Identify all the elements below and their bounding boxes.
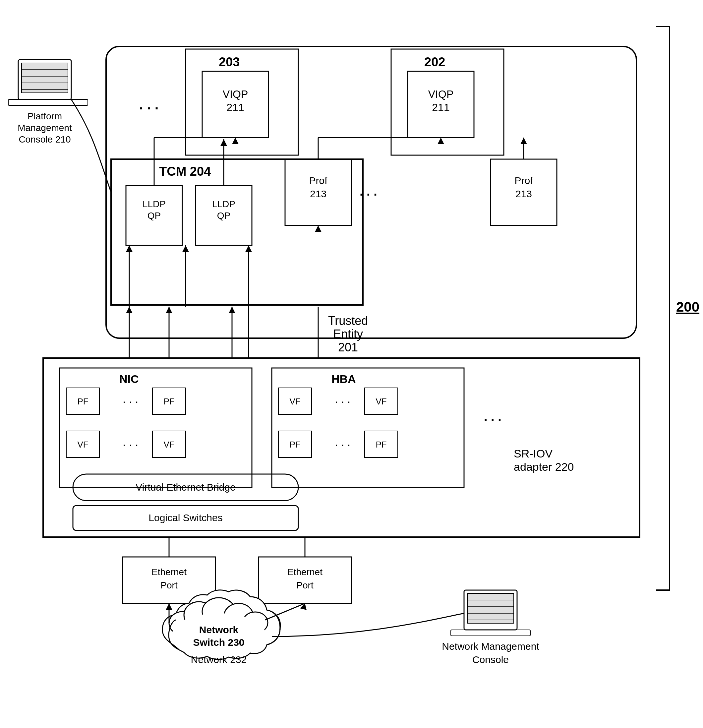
hba-label: HBA bbox=[332, 373, 356, 385]
ethernet-port-2-label: Ethernet bbox=[287, 567, 322, 577]
ethernet-port-1-label2: Port bbox=[160, 580, 178, 591]
tcm-label: TCM 204 bbox=[159, 165, 211, 178]
server-202-label: 202 bbox=[424, 55, 445, 69]
nmc-label2: Console bbox=[472, 654, 509, 665]
lldp-qp-1-label: LLDP bbox=[143, 199, 166, 209]
prof-213-num-1: 213 bbox=[310, 188, 326, 199]
network-switch-label: Network bbox=[199, 624, 239, 635]
pf-1: PF bbox=[77, 396, 88, 406]
ref-200-label: 200 bbox=[676, 299, 699, 315]
pf-2: PF bbox=[163, 396, 174, 406]
svg-rect-66 bbox=[467, 594, 514, 623]
pmc-label3: Console 210 bbox=[19, 134, 71, 144]
vf-1: VF bbox=[77, 439, 88, 449]
veb-label: Virtual Ethernet Bridge bbox=[136, 482, 235, 493]
hba-vf-2: VF bbox=[375, 396, 387, 406]
dots-1: . . . bbox=[139, 97, 159, 113]
dots-hba-vf: . . . bbox=[335, 393, 350, 405]
ethernet-port-1-label: Ethernet bbox=[152, 567, 186, 577]
viqp-211-num-2: 211 bbox=[432, 101, 449, 113]
prof-213-num-2: 213 bbox=[515, 188, 532, 199]
trusted-entity-label2: Entity bbox=[333, 327, 363, 341]
logical-switches-label: Logical Switches bbox=[149, 512, 222, 523]
viqp-211-label-2: VIQP bbox=[428, 88, 453, 100]
pmc-label: Platform bbox=[27, 111, 62, 121]
dots-hba-pf: . . . bbox=[335, 436, 350, 448]
network-label: Network 232 bbox=[191, 654, 247, 665]
ethernet-port-2-label2: Port bbox=[296, 580, 313, 591]
dots-after-hba: . . . bbox=[484, 410, 501, 424]
nic-label: NIC bbox=[119, 373, 139, 385]
server-203-label: 203 bbox=[219, 55, 240, 69]
svg-rect-73 bbox=[22, 63, 68, 93]
trusted-entity-num: 201 bbox=[338, 341, 358, 354]
architecture-diagram: 200 Trusted Entity 201 203 VIQP 211 . . … bbox=[0, 0, 703, 728]
nmc-label: Network Management bbox=[442, 641, 539, 652]
pmc-label2: Management bbox=[17, 123, 72, 133]
hba-vf-1: VF bbox=[289, 396, 300, 406]
sr-iov-label2: adapter 220 bbox=[514, 461, 574, 473]
prof-213-label-1: Prof bbox=[309, 175, 328, 186]
trusted-entity-label: Trusted bbox=[328, 314, 368, 328]
dots-nic-pf: . . . bbox=[123, 393, 138, 405]
dots-2: . . . bbox=[359, 184, 377, 198]
diagram-container: 200 Trusted Entity 201 203 VIQP 211 . . … bbox=[0, 0, 703, 728]
viqp-211-label-1: VIQP bbox=[223, 88, 248, 100]
dots-nic-vf: . . . bbox=[123, 436, 138, 448]
lldp-qp-1-label2: QP bbox=[147, 211, 161, 221]
network-switch-label2: Switch 230 bbox=[193, 637, 244, 648]
sr-iov-label: SR-IOV bbox=[514, 447, 553, 460]
vf-2: VF bbox=[163, 439, 174, 449]
lldp-qp-2-label: LLDP bbox=[212, 199, 235, 209]
hba-pf-2: PF bbox=[375, 439, 387, 449]
prof-213-label-2: Prof bbox=[514, 175, 533, 186]
viqp-211-num-1: 211 bbox=[227, 101, 244, 113]
lldp-qp-2-label2: QP bbox=[217, 211, 230, 221]
hba-pf-1: PF bbox=[289, 439, 300, 449]
